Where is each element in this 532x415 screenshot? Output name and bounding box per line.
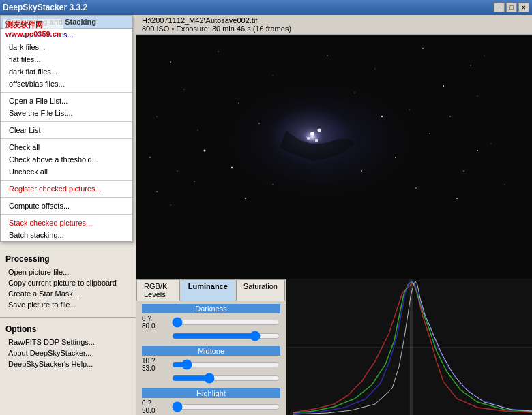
- svg-point-4: [327, 55, 327, 55]
- svg-point-22: [156, 191, 158, 192]
- svg-point-33: [381, 116, 383, 117]
- svg-point-42: [245, 198, 246, 199]
- midtone-group: Midtone 10 ? 33.0: [142, 346, 280, 383]
- processing-section: Processing Open picture file... Copy cur…: [0, 247, 136, 373]
- tab-luminance[interactable]: Luminance: [181, 279, 235, 301]
- menu-uncheck-all[interactable]: Uncheck all: [1, 166, 132, 178]
- title-bar: DeepSkyStacker 3.3.2 _ □ ×: [0, 0, 532, 15]
- midtone-slider-row: 10 ? 33.0: [142, 357, 280, 372]
- sidebar-save-picture[interactable]: Save picture to file...: [5, 299, 130, 310]
- tab-saturation[interactable]: Saturation: [236, 279, 285, 301]
- svg-point-20: [177, 170, 177, 171]
- svg-point-11: [443, 85, 444, 87]
- svg-point-35: [231, 167, 233, 169]
- menu-offset-bias-files[interactable]: offset/bias files...: [1, 78, 132, 90]
- file-info: 800 ISO • Exposure: 30 min 46 s (16 fram…: [142, 25, 527, 33]
- svg-point-43: [415, 187, 417, 189]
- highlight-group: Highlight 0 ? 50.0: [142, 388, 280, 415]
- close-button[interactable]: ×: [518, 3, 529, 12]
- svg-point-17: [449, 116, 450, 117]
- svg-point-3: [273, 76, 274, 76]
- svg-point-34: [395, 157, 396, 158]
- menu-save-file-list[interactable]: Save the File List...: [1, 107, 132, 119]
- svg-point-2: [218, 51, 218, 52]
- sidebar-raw-fits-settings[interactable]: Raw/FITS DDP Settings...: [5, 337, 130, 348]
- tab-rgb-levels[interactable]: RGB/K Levels: [136, 279, 180, 301]
- svg-point-24: [504, 184, 505, 185]
- sidebar-about[interactable]: About DeepSkyStacker...: [5, 348, 130, 358]
- menu-clear-list[interactable]: Clear List: [1, 124, 132, 136]
- minimize-button[interactable]: _: [494, 3, 505, 12]
- file-path-bar: H:\20071112_M42\Autosave002.tif 800 ISO …: [136, 15, 532, 35]
- menu-check-above-threshold[interactable]: Check above a threshold...: [1, 153, 132, 166]
- watermark: 测友软件网 www.pc0359.cn: [3, 19, 63, 39]
- watermark-line1: 测友软件网: [5, 20, 61, 30]
- highlight-slider-row: 0 ? 50.0: [142, 399, 280, 414]
- highlight-value: 0 ? 50.0: [142, 399, 169, 414]
- darkness-slider[interactable]: [172, 318, 280, 327]
- svg-point-32: [204, 150, 206, 152]
- midtone-slider[interactable]: [172, 360, 280, 369]
- svg-point-45: [456, 198, 458, 199]
- highlight-label: Highlight: [142, 388, 280, 398]
- maximize-button[interactable]: □: [506, 3, 517, 12]
- sidebar-help[interactable]: DeepSkyStacker's Help...: [5, 358, 130, 369]
- svg-point-5: [375, 69, 376, 70]
- svg-point-44: [170, 204, 171, 205]
- svg-point-41: [272, 184, 273, 185]
- midtone-slider2[interactable]: [172, 373, 280, 383]
- content-area: H:\20071112_M42\Autosave002.tif 800 ISO …: [136, 15, 532, 415]
- sliders-area: Darkness 0 ? 80.0: [136, 301, 286, 415]
- svg-point-28: [310, 132, 314, 136]
- file-path: H:\20071112_M42\Autosave002.tif: [142, 16, 527, 25]
- svg-point-31: [315, 139, 318, 142]
- svg-point-29: [318, 129, 321, 132]
- svg-point-38: [477, 150, 478, 151]
- menu-check-all[interactable]: Check all: [1, 141, 132, 153]
- darkness-value: 0 ? 80.0: [142, 315, 169, 330]
- svg-point-12: [484, 55, 485, 56]
- nebula-image: [136, 35, 532, 279]
- bottom-panel: RGB/K Levels Luminance Saturation Darkne…: [136, 279, 532, 415]
- dropdown-menu: Registering and Stacking Open picture fi…: [0, 15, 133, 242]
- midtone-label: Midtone: [142, 346, 280, 356]
- darkness-slider-row: 0 ? 80.0: [142, 315, 280, 330]
- menu-open-file-list[interactable]: Open a File List...: [1, 95, 132, 107]
- app-title: DeepSkyStacker 3.3.2: [3, 3, 87, 12]
- sidebar-create-star-mask[interactable]: Create a Star Mask...: [5, 288, 130, 299]
- sidebar-copy-clipboard[interactable]: Copy current picture to clipboard: [5, 277, 130, 288]
- image-display: [136, 35, 532, 279]
- svg-point-21: [463, 170, 464, 171]
- watermark-line2: www.pc0359.cn: [5, 30, 61, 38]
- svg-point-6: [422, 48, 424, 49]
- svg-point-8: [184, 89, 185, 90]
- sidebar: Registering and Stacking Open picture fi…: [0, 15, 136, 415]
- options-title: Options: [5, 324, 130, 334]
- sidebar-open-picture[interactable]: Open picture file...: [5, 266, 130, 277]
- darkness-label: Darkness: [142, 304, 280, 313]
- menu-dark-files[interactable]: dark files...: [1, 41, 132, 53]
- svg-point-18: [477, 96, 478, 97]
- processing-title: Processing: [5, 254, 130, 264]
- histogram-panel: [286, 279, 532, 415]
- menu-register-checked[interactable]: Register checked pictures...: [1, 183, 132, 195]
- darkness-slider2[interactable]: [172, 331, 280, 341]
- midtone-value: 10 ? 33.0: [142, 357, 169, 372]
- menu-flat-files[interactable]: flat files...: [1, 53, 132, 65]
- svg-point-39: [149, 157, 151, 158]
- highlight-slider[interactable]: [172, 402, 280, 412]
- menu-dark-flat-files[interactable]: dark flat files...: [1, 65, 132, 78]
- darkness-group: Darkness 0 ? 80.0: [142, 304, 280, 341]
- window-controls[interactable]: _ □ ×: [494, 3, 529, 12]
- svg-point-23: [491, 144, 492, 144]
- menu-stack-checked[interactable]: Stack checked pictures...: [1, 217, 132, 229]
- svg-point-40: [361, 170, 362, 172]
- svg-point-7: [470, 65, 471, 65]
- svg-point-37: [194, 181, 194, 181]
- svg-point-1: [170, 61, 171, 63]
- menu-compute-offsets[interactable]: Compute offsets...: [1, 200, 132, 212]
- histogram-svg: [286, 279, 532, 415]
- darkness-slider2-row: [142, 331, 280, 341]
- tabs-bar: RGB/K Levels Luminance Saturation: [136, 279, 286, 301]
- menu-batch-stacking[interactable]: Batch stacking...: [1, 229, 132, 241]
